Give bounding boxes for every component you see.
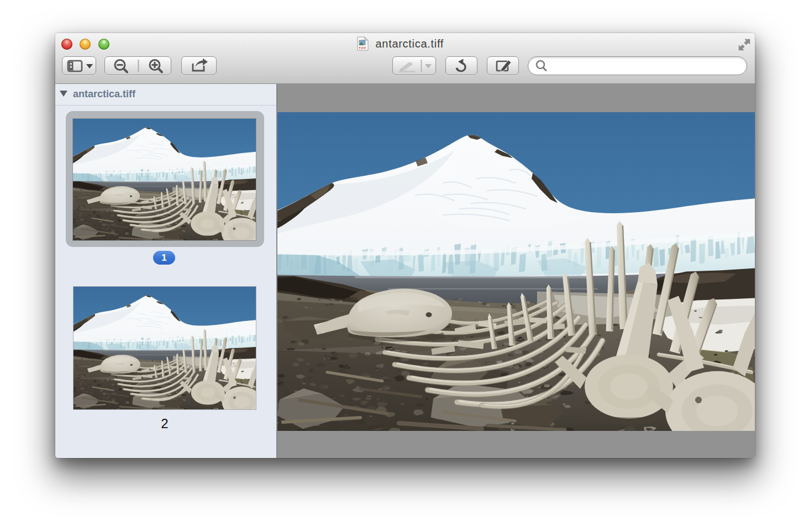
svg-text:TIFF: TIFF	[359, 46, 366, 50]
